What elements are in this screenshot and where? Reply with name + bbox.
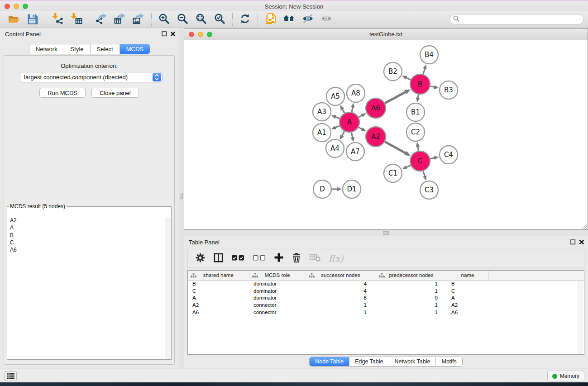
- mcds-result-item[interactable]: C: [10, 239, 164, 246]
- export-table-button[interactable]: [111, 12, 129, 27]
- edge-A-A5[interactable]: [340, 105, 345, 113]
- table-row[interactable]: Adominator80A: [188, 295, 584, 302]
- table-row[interactable]: A6connector11A6: [188, 309, 584, 316]
- tab-style[interactable]: Style: [64, 44, 90, 54]
- table-cell[interactable]: dominator: [249, 295, 306, 302]
- tab-motifs[interactable]: Motifs: [435, 357, 462, 366]
- table-cell[interactable]: 1: [306, 301, 376, 309]
- node-A5[interactable]: A5: [326, 87, 344, 105]
- search-box[interactable]: [449, 14, 584, 24]
- zoom-selected-button[interactable]: [210, 12, 229, 27]
- table-cell[interactable]: connector: [249, 309, 306, 316]
- column-header-successor-nodes[interactable]: successor nodes: [306, 271, 376, 280]
- column-header-mcds-role[interactable]: MCDS role: [249, 271, 306, 280]
- tab-select[interactable]: Select: [90, 44, 120, 54]
- table-cell[interactable]: 1: [376, 280, 447, 287]
- edge-B-B1[interactable]: [416, 95, 420, 103]
- edge-C-C4[interactable]: [430, 156, 439, 160]
- optimization-dropdown[interactable]: largest connected component (directed): [20, 72, 163, 82]
- node-A2[interactable]: A2: [366, 127, 386, 147]
- table-cell[interactable]: A: [447, 295, 488, 302]
- open-file-button[interactable]: [5, 12, 23, 27]
- fx-button[interactable]: f(x): [329, 253, 344, 263]
- table-cell[interactable]: 8: [306, 295, 376, 302]
- table-cell[interactable]: A2: [188, 301, 249, 309]
- settings-gear-button[interactable]: [195, 253, 206, 265]
- node-C1[interactable]: C1: [384, 164, 402, 182]
- mcds-result-item[interactable]: A: [10, 224, 164, 231]
- table-cell[interactable]: 1: [376, 309, 447, 316]
- table-cell[interactable]: B: [447, 280, 488, 287]
- refresh-button[interactable]: [236, 12, 254, 27]
- add-row-button[interactable]: [274, 253, 284, 264]
- delete-table-button[interactable]: [309, 253, 321, 264]
- export-image-button[interactable]: [129, 12, 148, 27]
- show-all-button[interactable]: [317, 12, 335, 27]
- table-cell[interactable]: dominator: [249, 287, 306, 295]
- network-window-titlebar[interactable]: testGlobe.txt: [184, 29, 588, 40]
- edge-C-C2[interactable]: [416, 142, 420, 151]
- close-panel-icon[interactable]: [170, 31, 176, 37]
- edge-A-A1[interactable]: [331, 125, 340, 129]
- node-A4[interactable]: A4: [326, 139, 344, 157]
- table-cell[interactable]: B: [188, 280, 249, 287]
- node-B1[interactable]: B1: [406, 103, 425, 121]
- edge-A-A3[interactable]: [331, 115, 340, 119]
- zoom-out-button[interactable]: [173, 12, 192, 27]
- node-A8[interactable]: A8: [347, 84, 365, 102]
- node-D1[interactable]: D1: [343, 180, 361, 198]
- table-cell[interactable]: C: [447, 287, 488, 295]
- mcds-result-item[interactable]: B: [10, 232, 164, 239]
- delete-row-button[interactable]: [292, 253, 301, 265]
- table-row[interactable]: Bdominator41B: [188, 280, 584, 287]
- first-neighbors-button[interactable]: [280, 12, 298, 27]
- edge-B-B2[interactable]: [402, 76, 411, 80]
- mcds-result-item[interactable]: A2: [10, 217, 164, 224]
- tab-node-table[interactable]: Node Table: [310, 357, 349, 366]
- tab-network-table[interactable]: Network Table: [389, 357, 436, 366]
- table-cell[interactable]: 1: [376, 287, 447, 295]
- table-cell[interactable]: 1: [376, 301, 447, 309]
- node-A7[interactable]: A7: [346, 143, 364, 161]
- table-cell[interactable]: A6: [447, 309, 488, 316]
- import-network-button[interactable]: [48, 12, 67, 27]
- edge-A6-B[interactable]: [385, 89, 411, 103]
- table-cell[interactable]: 0: [376, 295, 447, 302]
- close-panel-icon[interactable]: [579, 239, 584, 245]
- deselect-all-button[interactable]: [253, 254, 266, 263]
- table-cell[interactable]: 4: [306, 280, 376, 287]
- float-panel-icon[interactable]: [570, 239, 576, 245]
- tab-network[interactable]: Network: [29, 44, 64, 54]
- column-header-shared-name[interactable]: shared name: [188, 271, 249, 280]
- import-table-button[interactable]: [67, 12, 86, 27]
- edge-A-A6[interactable]: [359, 113, 366, 117]
- edge-C-C1[interactable]: [402, 165, 411, 169]
- console-button[interactable]: [5, 371, 17, 381]
- resize-grip-icon[interactable]: [581, 223, 587, 229]
- table-row[interactable]: Cdominator41C: [188, 287, 584, 295]
- edge-C-C3[interactable]: [423, 171, 426, 181]
- table-row[interactable]: A2connector11A2: [188, 301, 584, 309]
- column-header-name[interactable]: name: [447, 271, 488, 280]
- node-C3[interactable]: C3: [420, 181, 438, 199]
- select-all-button[interactable]: [231, 254, 245, 263]
- mcds-result-item[interactable]: A6: [10, 246, 164, 253]
- node-D[interactable]: D: [313, 180, 331, 198]
- table-cell[interactable]: dominator: [249, 280, 306, 287]
- node-A1[interactable]: A1: [313, 124, 331, 142]
- edge-A-A4[interactable]: [340, 131, 344, 140]
- zoom-in-button[interactable]: [155, 12, 173, 27]
- splitter-handle-icon[interactable]: [383, 231, 389, 235]
- column-header-predecessor-nodes[interactable]: predecessor nodes: [376, 271, 447, 280]
- node-A[interactable]: A: [339, 112, 359, 132]
- result-scrollbar[interactable]: [165, 217, 171, 359]
- table-cell[interactable]: 4: [306, 287, 376, 295]
- column-selector-button[interactable]: [213, 253, 224, 265]
- new-network-from-selection-button[interactable]: [261, 12, 280, 27]
- node-B[interactable]: B: [410, 74, 430, 94]
- table-cell[interactable]: connector: [249, 301, 306, 309]
- node-B3[interactable]: B3: [440, 81, 458, 99]
- close-panel-button[interactable]: Close panel: [91, 88, 139, 98]
- node-B4[interactable]: B4: [420, 46, 438, 64]
- edge-B-B4[interactable]: [423, 64, 426, 74]
